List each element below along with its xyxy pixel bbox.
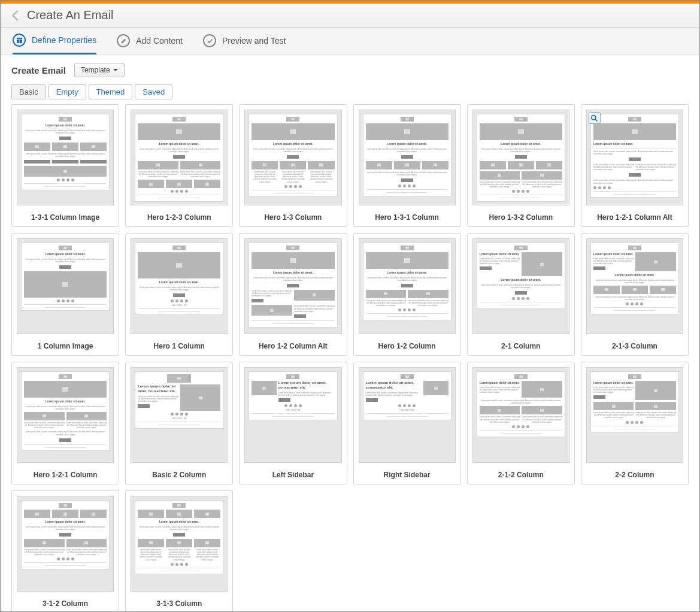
template-thumbnail: Lorem ipsum dolor sit amet.Lorem ipsum d… (359, 238, 456, 334)
dropdown-label: Template (81, 66, 110, 74)
template-thumbnail: Lorem ipsum dolor sit amet.Lorem ipsum d… (17, 496, 114, 592)
template-label: Hero 1-2-3 Column (126, 210, 232, 226)
template-label: Hero 1 Column (126, 339, 232, 355)
template-card[interactable]: Lorem ipsum dolor sit amet.Lorem ipsum d… (467, 104, 575, 227)
template-card[interactable]: Lorem ipsum dolor sit amet.Lorem ipsum d… (239, 233, 347, 356)
template-thumbnail: Lorem ipsum dolor sit amet, consectetur … (131, 367, 228, 463)
step-add-content[interactable]: Add Content (117, 34, 183, 54)
template-card[interactable]: Lorem ipsum dolor sit amet, consectetur … (239, 362, 347, 484)
template-card[interactable]: Lorem ipsum dolor sit amet.Lorem ipsum d… (581, 362, 689, 484)
template-label: 2-1-2 Column (468, 468, 574, 484)
template-card[interactable]: Lorem ipsum dolor sit amet.Lorem ipsum d… (125, 104, 233, 227)
magnify-button[interactable] (589, 112, 601, 124)
layout-icon (13, 34, 26, 47)
template-dropdown[interactable]: Template (74, 63, 125, 77)
template-card[interactable]: Lorem ipsum dolor sit amet.Lorem ipsum d… (125, 233, 233, 356)
subheading-row: Create Email Template (11, 63, 689, 77)
caret-down-icon (113, 69, 118, 71)
template-card[interactable]: Lorem ipsum dolor sit amet.Lorem ipsum d… (11, 233, 119, 356)
step-preview-test[interactable]: Preview and Test (203, 34, 286, 54)
chevron-left-icon (9, 9, 22, 22)
template-thumbnail: Lorem ipsum dolor sit amet.Lorem ipsum d… (131, 110, 228, 205)
template-label: 2-1-3 Column (581, 339, 688, 355)
template-thumbnail: Lorem ipsum dolor sit amet.Lorem ipsum d… (359, 110, 456, 205)
template-thumbnail: Lorem ipsum dolor sit amet.Lorem ipsum d… (244, 238, 341, 334)
content-area: Create Email Template Basic Empty Themed… (1, 54, 699, 612)
template-card[interactable]: Lorem ipsum dolor sit amet.Lorem ipsum d… (467, 362, 575, 484)
template-thumbnail: Lorem ipsum dolor sit amet.Lorem ipsum d… (131, 496, 228, 592)
template-label: Hero 1-2 Column (354, 339, 460, 355)
svg-rect-0 (16, 37, 22, 39)
template-thumbnail: Lorem ipsum dolor sit amet.Lorem ipsum d… (131, 238, 228, 334)
template-card[interactable]: Lorem ipsum dolor sit amet.Lorem ipsum d… (581, 104, 689, 227)
tab-label: Basic (19, 87, 38, 96)
template-label: Basic 2 Column (126, 468, 232, 484)
template-thumbnail: Lorem ipsum dolor sit amet.Lorem ipsum d… (17, 110, 114, 205)
title-bar: Create An Email (1, 4, 699, 28)
svg-point-3 (592, 115, 596, 119)
template-label: Right Sidebar (354, 468, 460, 484)
subheading: Create Email (11, 65, 66, 75)
page-title: Create An Email (27, 8, 114, 22)
pencil-icon (117, 34, 130, 47)
template-card[interactable]: Lorem ipsum dolor sit amet.Lorem ipsum d… (353, 233, 461, 356)
template-label: Hero 1-3 Column (240, 210, 346, 226)
template-label: 2-1 Column (468, 339, 574, 355)
tab-saved[interactable]: Saved (135, 84, 172, 99)
template-card[interactable]: Lorem ipsum dolor sit amet.Lorem ipsum d… (11, 362, 119, 484)
svg-rect-1 (16, 40, 19, 43)
template-card[interactable]: Lorem ipsum dolor sit amet.Lorem ipsum d… (239, 104, 347, 227)
template-label: 3-1-2 Column (12, 596, 119, 612)
template-card[interactable]: Lorem ipsum dolor sit amet.Lorem ipsum d… (125, 490, 233, 612)
template-thumbnail: Lorem ipsum dolor sit amet.Lorem ipsum d… (17, 238, 114, 334)
magnify-icon (590, 114, 598, 122)
step-label: Add Content (136, 36, 183, 46)
template-label: Hero 1-3-2 Column (468, 210, 574, 226)
tab-label: Themed (96, 87, 125, 96)
template-label: Hero 1-2-1 Column (12, 468, 119, 484)
step-label: Preview and Test (222, 36, 286, 46)
template-label: 3-1-3 Column (126, 596, 232, 612)
template-grid: Lorem ipsum dolor sit amet.Lorem ipsum d… (11, 104, 689, 612)
template-thumbnail: Lorem ipsum dolor sit amet, consectetur … (244, 367, 341, 463)
template-thumbnail: Lorem ipsum dolor sit amet.Lorem ipsum d… (244, 110, 341, 205)
svg-line-4 (595, 119, 597, 121)
check-icon (203, 34, 216, 47)
template-label: Left Sidebar (240, 468, 346, 484)
svg-rect-2 (19, 40, 22, 43)
template-thumbnail: Lorem ipsum dolor sit amet.Lorem ipsum d… (472, 238, 569, 334)
template-label: Hero 1-2-1 Column Alt (581, 210, 688, 226)
template-card[interactable]: Lorem ipsum dolor sit amet.Lorem ipsum d… (11, 490, 119, 612)
template-label: Hero 1-3-1 Column (354, 210, 460, 226)
tab-label: Saved (143, 87, 165, 96)
template-thumbnail: Lorem ipsum dolor sit amet, consectetur … (359, 367, 456, 463)
template-label: Hero 1-2 Column Alt (240, 339, 346, 355)
template-thumbnail: Lorem ipsum dolor sit amet.Lorem ipsum d… (586, 238, 683, 334)
steps-bar: Define Properties Add Content Preview an… (1, 28, 699, 54)
template-thumbnail: Lorem ipsum dolor sit amet.Lorem ipsum d… (17, 367, 114, 463)
template-card[interactable]: Lorem ipsum dolor sit amet.Lorem ipsum d… (467, 233, 575, 356)
template-card[interactable]: Lorem ipsum dolor sit amet, consectetur … (125, 362, 233, 484)
template-label: 2-2 Column (581, 468, 688, 484)
tab-basic[interactable]: Basic (11, 84, 46, 99)
template-card[interactable]: Lorem ipsum dolor sit amet.Lorem ipsum d… (581, 233, 689, 356)
back-button[interactable] (9, 9, 22, 22)
tab-empty[interactable]: Empty (49, 84, 86, 99)
template-thumbnail: Lorem ipsum dolor sit amet.Lorem ipsum d… (586, 110, 683, 205)
template-label: 1 Column Image (12, 339, 119, 355)
template-thumbnail: Lorem ipsum dolor sit amet.Lorem ipsum d… (472, 367, 569, 463)
tab-label: Empty (56, 87, 78, 96)
template-card[interactable]: Lorem ipsum dolor sit amet, consectetur … (353, 362, 461, 484)
template-label: 1-3-1 Column Image (12, 210, 119, 226)
template-thumbnail: Lorem ipsum dolor sit amet.Lorem ipsum d… (472, 110, 569, 205)
template-card[interactable]: Lorem ipsum dolor sit amet.Lorem ipsum d… (11, 104, 119, 227)
app-frame: Create An Email Define Properties Add Co… (0, 0, 700, 612)
step-define-properties[interactable]: Define Properties (13, 34, 96, 54)
template-thumbnail: Lorem ipsum dolor sit amet.Lorem ipsum d… (586, 367, 683, 463)
tab-themed[interactable]: Themed (89, 84, 133, 99)
template-card[interactable]: Lorem ipsum dolor sit amet.Lorem ipsum d… (353, 104, 461, 227)
step-label: Define Properties (32, 35, 96, 45)
category-tabs: Basic Empty Themed Saved (11, 84, 689, 99)
